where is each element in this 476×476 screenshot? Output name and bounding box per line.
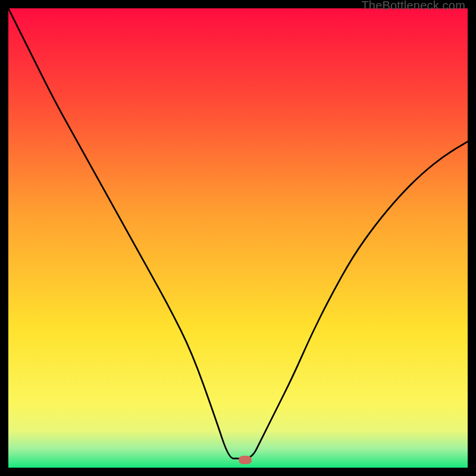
bottleneck-curve [8, 8, 468, 468]
chart-frame: TheBottleneck.com [0, 0, 476, 476]
optimal-point-marker [239, 456, 252, 464]
watermark-text: TheBottleneck.com [361, 0, 465, 12]
plot-area [8, 8, 468, 468]
